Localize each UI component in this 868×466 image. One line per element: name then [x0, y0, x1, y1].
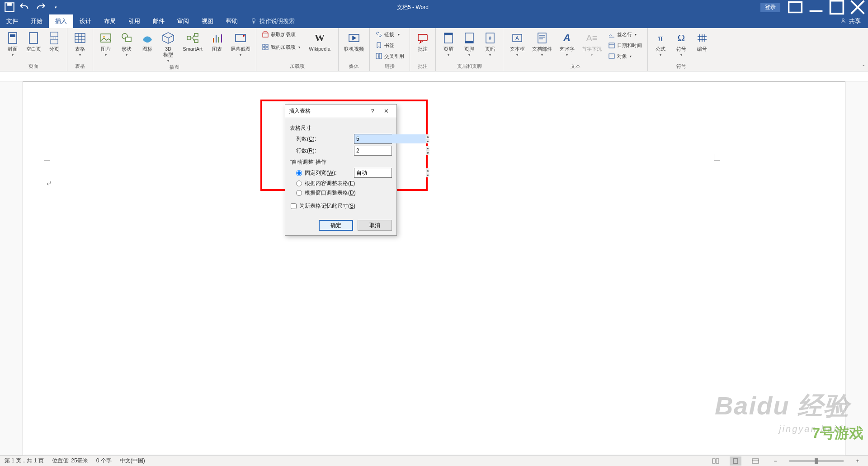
qat-customize-icon[interactable]: ▾ — [50, 2, 61, 13]
link-icon — [375, 31, 382, 38]
tab-references[interactable]: 引用 — [122, 14, 146, 28]
status-position[interactable]: 位置值: 25毫米 — [52, 457, 88, 465]
spin-up-icon[interactable]: ▲ — [426, 146, 429, 151]
document-page[interactable]: ⤶ — [23, 81, 845, 455]
save-icon[interactable] — [4, 2, 15, 13]
autofit-window-radio[interactable] — [296, 190, 302, 196]
ok-button[interactable]: 确定 — [319, 220, 353, 231]
page-break-button[interactable]: 分页 — [44, 30, 64, 52]
shapes-button[interactable]: 形状▾ — [117, 30, 137, 57]
group-comments-label: 批注 — [413, 62, 433, 71]
object-button[interactable]: 对象▾ — [605, 52, 645, 61]
wikipedia-button[interactable]: WWikipedia — [304, 30, 335, 52]
tab-review[interactable]: 审阅 — [171, 14, 195, 28]
spin-up-icon[interactable]: ▲ — [426, 168, 429, 173]
blank-page-button[interactable]: 空白页 — [24, 30, 43, 52]
equation-button[interactable]: π公式▾ — [651, 30, 670, 57]
table-button[interactable]: 表格▾ — [70, 30, 90, 57]
tab-help[interactable]: 帮助 — [220, 14, 244, 28]
ribbon-display-icon[interactable] — [785, 0, 806, 14]
textbox-button[interactable]: A文本框▾ — [506, 30, 528, 57]
dialog-close-icon[interactable]: ✕ — [379, 108, 393, 114]
svg-rect-47 — [465, 41, 473, 43]
header-button[interactable]: 页眉▾ — [439, 30, 458, 57]
zoom-out-icon[interactable]: − — [769, 456, 781, 466]
title-bar: ▾ 文档5 - Word 登录 — [0, 0, 868, 14]
dialog-help-icon[interactable]: ? — [366, 108, 379, 114]
print-layout-icon[interactable] — [730, 456, 741, 466]
undo-icon[interactable] — [19, 2, 31, 13]
signature-line-button[interactable]: 签名行▾ — [605, 30, 645, 39]
tab-home[interactable]: 开始 — [24, 14, 49, 28]
fixed-width-input[interactable] — [354, 168, 426, 177]
rows-input[interactable] — [354, 146, 426, 155]
tab-layout[interactable]: 布局 — [98, 14, 122, 28]
video-icon — [347, 31, 361, 45]
collapse-ribbon-icon[interactable]: ⌃ — [862, 64, 865, 69]
pictures-button[interactable]: 图片▾ — [96, 30, 116, 57]
page-number-button[interactable]: #页码▾ — [480, 30, 500, 57]
my-addins-button[interactable]: 我的加载项▾ — [259, 43, 303, 52]
cross-reference-button[interactable]: 交叉引用 — [373, 52, 407, 61]
icons-button[interactable]: 图标 — [137, 30, 157, 52]
maximize-icon[interactable] — [826, 0, 847, 14]
spin-down-icon[interactable]: ▼ — [426, 151, 429, 156]
blank-page-icon — [26, 31, 41, 45]
comment-button[interactable]: 批注 — [413, 30, 433, 52]
text-cursor: ⤶ — [46, 179, 52, 188]
cover-page-button[interactable]: 封面▾ — [3, 30, 23, 57]
chart-button[interactable]: 图表 — [207, 30, 227, 52]
status-words[interactable]: 0 个字 — [96, 457, 112, 465]
smartart-button[interactable]: SmartArt — [179, 30, 206, 52]
fixed-width-radio[interactable] — [296, 170, 302, 176]
quick-parts-icon — [535, 31, 549, 45]
wordart-button[interactable]: A艺术字▾ — [556, 30, 578, 57]
date-time-button[interactable]: 日期和时间 — [605, 41, 645, 50]
columns-spinner[interactable]: ▲▼ — [354, 134, 392, 144]
zoom-slider[interactable] — [789, 460, 844, 462]
insert-table-dialog: 插入表格 ? ✕ 表格尺寸 列数(C): ▲▼ 行数(R): ▲▼ "自动调整"… — [285, 104, 397, 236]
minimize-icon[interactable] — [806, 0, 826, 14]
spin-down-icon[interactable]: ▼ — [426, 139, 429, 144]
number-icon — [695, 31, 709, 45]
svg-rect-22 — [101, 34, 111, 42]
remember-checkbox[interactable] — [291, 203, 297, 209]
login-button[interactable]: 登录 — [760, 3, 780, 12]
autofit-content-radio[interactable] — [296, 181, 302, 186]
spin-up-icon[interactable]: ▲ — [426, 134, 429, 139]
read-mode-icon[interactable] — [710, 456, 722, 466]
section-auto-label: "自动调整"操作 — [290, 158, 392, 166]
web-layout-icon[interactable] — [750, 456, 761, 466]
tab-insert[interactable]: 插入 — [49, 14, 73, 28]
share-button[interactable]: 共享 — [849, 17, 861, 25]
redo-icon[interactable] — [34, 2, 46, 13]
3d-models-button[interactable]: 3D 模型▾ — [158, 30, 178, 63]
columns-input[interactable] — [354, 134, 426, 143]
group-text: A文本框▾ 文档部件▾ A艺术字▾ A≡首字下沉▾ 签名行▾ 日期和时间 对象▾… — [503, 28, 648, 71]
cancel-button[interactable]: 取消 — [358, 220, 392, 231]
fixed-width-spinner[interactable]: ▲▼ — [354, 168, 392, 178]
status-bar: 第 1 页，共 1 页 位置值: 25毫米 0 个字 中文(中国) − + — [0, 455, 868, 466]
link-button[interactable]: 链接▾ — [373, 30, 407, 39]
online-video-button[interactable]: 联机视频 — [341, 30, 367, 52]
number-button[interactable]: 编号 — [692, 30, 712, 52]
tab-view[interactable]: 视图 — [195, 14, 220, 28]
tab-design[interactable]: 设计 — [73, 14, 98, 28]
tab-file[interactable]: 文件 — [0, 14, 24, 28]
bookmark-button[interactable]: 书签 — [373, 41, 407, 50]
symbol-button[interactable]: Ω符号▾ — [671, 30, 691, 57]
tab-mailings[interactable]: 邮件 — [146, 14, 171, 28]
tell-me-search[interactable]: 操作说明搜索 — [244, 14, 301, 28]
status-page[interactable]: 第 1 页，共 1 页 — [5, 457, 44, 465]
close-icon[interactable] — [847, 0, 868, 14]
svg-rect-66 — [733, 459, 738, 463]
spin-down-icon[interactable]: ▼ — [426, 173, 429, 178]
rows-spinner[interactable]: ▲▼ — [354, 146, 392, 156]
screenshot-button[interactable]: 屏幕截图▾ — [228, 30, 253, 57]
get-addins-button[interactable]: 获取加载项 — [259, 30, 303, 39]
status-language[interactable]: 中文(中国) — [120, 457, 145, 465]
zoom-in-icon[interactable]: + — [852, 456, 863, 466]
footer-button[interactable]: 页脚▾ — [459, 30, 479, 57]
drop-cap-button[interactable]: A≡首字下沉▾ — [579, 30, 604, 57]
quick-parts-button[interactable]: 文档部件▾ — [529, 30, 555, 57]
